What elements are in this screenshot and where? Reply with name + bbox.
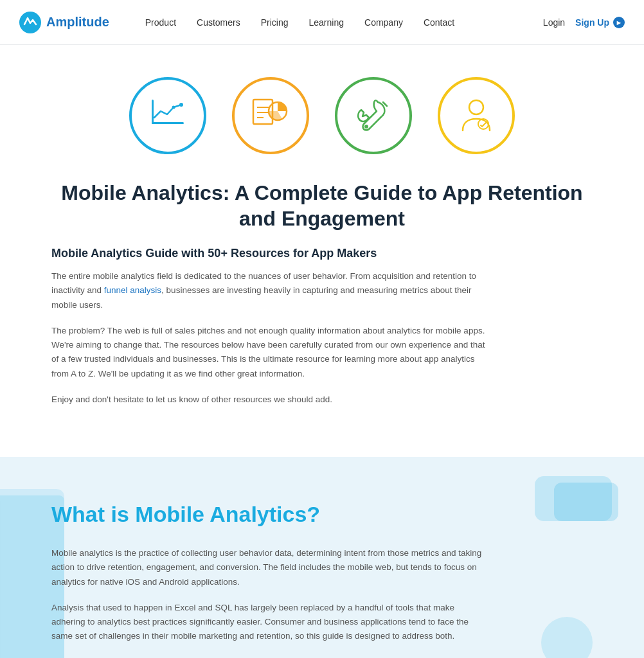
article-section: Mobile Analytics: A Complete Guide to Ap…: [0, 45, 644, 457]
analytics-icon: [145, 93, 190, 138]
logo-text: Amplitude: [46, 15, 109, 30]
nav-customers[interactable]: Customers: [186, 0, 251, 45]
main-nav: Product Customers Pricing Learning Compa…: [135, 0, 543, 45]
nav-company[interactable]: Company: [354, 0, 413, 45]
signup-label: Sign Up: [575, 17, 609, 28]
tools-icon: [351, 93, 396, 138]
login-button[interactable]: Login: [543, 17, 565, 28]
article-body-2: The problem? The web is full of sales pi…: [51, 324, 488, 381]
site-header: Amplitude Product Customers Pricing Lear…: [0, 0, 644, 45]
article-body-1: The entire mobile analytics field is ded…: [51, 269, 488, 312]
nav-product[interactable]: Product: [135, 0, 186, 45]
nav-contact[interactable]: Contact: [413, 0, 465, 45]
section-body-1: Mobile analytics is the practice of coll…: [51, 546, 488, 589]
section-heading: What is Mobile Analytics?: [51, 502, 593, 527]
signup-button[interactable]: Sign Up ►: [575, 17, 625, 28]
signup-arrow-icon: ►: [613, 17, 625, 28]
section-body-2: Analysis that used to happen in Excel an…: [51, 601, 488, 644]
nav-pricing[interactable]: Pricing: [251, 0, 299, 45]
logo[interactable]: Amplitude: [19, 12, 109, 33]
article-body-3: Enjoy and don't hesitate to let us know …: [51, 393, 488, 407]
bg-decoration-bottom: [541, 617, 593, 658]
svg-point-3: [179, 103, 183, 107]
amplitude-logo-icon: [19, 12, 41, 33]
nav-learning[interactable]: Learning: [299, 0, 355, 45]
svg-rect-2: [152, 100, 154, 124]
header-actions: Login Sign Up ►: [543, 17, 625, 28]
report-icon-circle: [232, 77, 309, 154]
svg-rect-1: [152, 122, 184, 124]
feature-icons-row: [51, 77, 593, 154]
article-subtitle: Mobile Analytics Guide with 50+ Resource…: [51, 247, 593, 260]
svg-point-10: [364, 125, 368, 129]
user-icon: [454, 93, 499, 138]
svg-point-4: [172, 106, 175, 109]
mobile-analytics-section: What is Mobile Analytics? Mobile analyti…: [0, 457, 644, 658]
main-content: Mobile Analytics: A Complete Guide to Ap…: [0, 45, 644, 658]
user-icon-circle: [438, 77, 515, 154]
funnel-analysis-link[interactable]: funnel analysis: [104, 285, 161, 295]
article-title: Mobile Analytics: A Complete Guide to Ap…: [51, 180, 593, 231]
tools-icon-circle: [335, 77, 412, 154]
analytics-icon-circle: [129, 77, 206, 154]
report-icon: [248, 93, 293, 138]
svg-point-11: [469, 100, 483, 114]
